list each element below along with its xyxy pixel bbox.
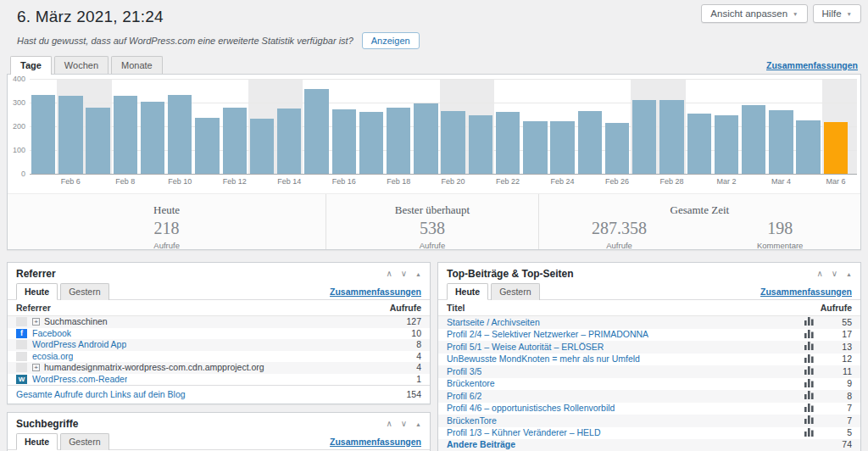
post-stats-chart-icon[interactable] xyxy=(791,342,826,353)
chart-bar-feb-20[interactable] xyxy=(441,111,465,174)
top-post-row: Profil 5/1 – Weise Autorität – ERLÖSER13 xyxy=(438,341,860,354)
chart-bar-slot xyxy=(275,80,303,175)
chart-bar-slot xyxy=(112,80,139,175)
expand-icon[interactable] xyxy=(32,318,40,326)
collapse-toggle-icon[interactable] xyxy=(415,420,421,429)
chart-bar-feb-16[interactable] xyxy=(332,109,356,174)
chart-bar-mar-4[interactable] xyxy=(769,110,793,174)
chart-bar-feb-21[interactable] xyxy=(469,115,492,174)
post-stats-chart-icon[interactable] xyxy=(791,404,826,415)
summaries-link[interactable]: Zusammenfassungen xyxy=(330,437,421,449)
chart-bar-feb-13[interactable] xyxy=(250,119,274,174)
post-title-link[interactable]: Profil 6/2 xyxy=(447,392,481,402)
referrer-label[interactable]: Facebook xyxy=(32,329,71,339)
tab-heute[interactable]: Heute xyxy=(16,433,58,450)
post-title-link[interactable]: Profil 4/6 – opportunistisches Rollenvor… xyxy=(447,404,615,414)
tab-gestern[interactable]: Gestern xyxy=(491,283,539,300)
chart-bar-mar-6[interactable] xyxy=(824,122,848,174)
chart-bar-feb-14[interactable] xyxy=(277,109,301,174)
move-down-icon[interactable] xyxy=(401,420,407,428)
chart-plot-area xyxy=(30,80,857,175)
post-title-link[interactable]: Andere Beiträge xyxy=(447,440,515,450)
chart-bar-feb-28[interactable] xyxy=(659,100,683,174)
chart-bar-feb-10[interactable] xyxy=(168,95,192,174)
help-button[interactable]: Hilfe xyxy=(813,4,861,23)
chart-bar-feb-23[interactable] xyxy=(523,121,547,174)
chart-bar-feb-9[interactable] xyxy=(141,102,164,174)
chart-bar-feb-7[interactable] xyxy=(86,108,109,174)
post-title-link[interactable]: UnBewusste MondKnoten = mehr als nur Umf… xyxy=(447,354,640,365)
post-title-link[interactable]: Profil 5/1 – Weise Autorität – ERLÖSER xyxy=(447,342,604,353)
summaries-link[interactable]: Zusammenfassungen xyxy=(766,60,858,74)
summaries-link[interactable]: Zusammenfassungen xyxy=(330,287,421,299)
chart-x-tick-label xyxy=(30,177,57,186)
tab-wochen[interactable]: Wochen xyxy=(54,56,108,74)
post-title-link[interactable]: Brückentore xyxy=(447,379,495,389)
move-down-icon[interactable] xyxy=(401,270,407,278)
chart-bar-feb-5[interactable] xyxy=(31,95,55,174)
panel-title: Top-Beiträge & Top-Seiten xyxy=(447,268,574,280)
post-stats-chart-icon[interactable] xyxy=(791,415,826,426)
chart-bar-feb-11[interactable] xyxy=(195,118,219,174)
collapse-toggle-icon[interactable] xyxy=(846,270,852,279)
chart-bar-slot xyxy=(385,80,412,175)
show-stats-button[interactable]: Anzeigen xyxy=(362,32,420,49)
post-stats-chart-icon[interactable] xyxy=(791,366,826,377)
chart-bar-feb-15[interactable] xyxy=(304,89,328,174)
chart-bar-mar-1[interactable] xyxy=(687,114,711,174)
help-label: Hilfe xyxy=(822,8,842,19)
tab-monate[interactable]: Monate xyxy=(111,56,163,74)
post-stats-chart-icon[interactable] xyxy=(791,428,826,439)
chart-bar-feb-8[interactable] xyxy=(114,96,137,174)
post-title-link[interactable]: BrückenTore xyxy=(447,416,497,426)
chart-bar-feb-6[interactable] xyxy=(58,96,82,174)
referrer-label[interactable]: WordPress Android App xyxy=(32,340,126,350)
chart-bar-feb-22[interactable] xyxy=(496,112,520,174)
post-stats-chart-icon[interactable] xyxy=(791,391,826,402)
referrer-label[interactable]: WordPress.com-Reader xyxy=(32,375,127,385)
post-views: 7 xyxy=(826,416,852,426)
chart-bar-slot xyxy=(631,80,658,175)
chart-bar-mar-3[interactable] xyxy=(742,105,765,174)
chart-bar-feb-18[interactable] xyxy=(387,108,410,174)
tab-tage[interactable]: Tage xyxy=(10,56,52,75)
referrer-views: 4 xyxy=(409,363,421,373)
customize-view-button[interactable]: Ansicht anpassen xyxy=(701,4,807,23)
chart-bar-slot xyxy=(331,80,358,175)
post-title-link[interactable]: Startseite / Archivseiten xyxy=(447,318,540,328)
tab-heute[interactable]: Heute xyxy=(16,283,58,300)
chart-bar-feb-12[interactable] xyxy=(223,108,247,174)
chart-bar-feb-24[interactable] xyxy=(550,121,574,174)
post-title-link[interactable]: Profil 2/4 – Selektiver Netzwerker – PRI… xyxy=(447,330,648,340)
tab-heute[interactable]: Heute xyxy=(447,283,488,300)
referrers-total-label[interactable]: Gesamte Aufrufe durch Links auf dein Blo… xyxy=(16,389,186,399)
move-up-icon[interactable] xyxy=(386,420,392,428)
top-post-row: Profil 6/28 xyxy=(438,390,860,403)
tab-gestern[interactable]: Gestern xyxy=(60,283,108,300)
post-title-link[interactable]: Profil 1/3 – Kühner Veränderer – HELD xyxy=(447,428,601,438)
move-up-icon[interactable] xyxy=(816,270,822,278)
post-stats-chart-icon[interactable] xyxy=(791,379,826,390)
tab-gestern[interactable]: Gestern xyxy=(60,433,108,450)
chart-bar-feb-26[interactable] xyxy=(605,123,629,174)
move-up-icon[interactable] xyxy=(386,270,392,278)
move-down-icon[interactable] xyxy=(832,270,837,278)
chart-bar-mar-2[interactable] xyxy=(715,115,738,174)
summaries-link[interactable]: Zusammenfassungen xyxy=(760,287,852,299)
post-title-link[interactable]: Profil 3/5 xyxy=(447,367,481,377)
chart-bar-slot xyxy=(767,80,794,175)
chart-bar-slot xyxy=(358,80,385,175)
chart-bar-feb-27[interactable] xyxy=(632,100,656,174)
chart-bar-feb-17[interactable] xyxy=(359,112,383,174)
chart-bar-mar-5[interactable] xyxy=(796,120,820,174)
chart-x-tick-label xyxy=(740,177,767,186)
post-stats-chart-icon[interactable] xyxy=(791,354,826,365)
referrer-label[interactable]: ecosia.org xyxy=(32,352,73,362)
chart-bar-feb-25[interactable] xyxy=(578,111,602,174)
post-stats-chart-icon[interactable] xyxy=(791,330,826,341)
panel-title: Referrer xyxy=(16,268,56,280)
post-stats-chart-icon[interactable] xyxy=(791,317,826,328)
expand-icon[interactable] xyxy=(32,364,40,371)
collapse-toggle-icon[interactable] xyxy=(415,270,421,279)
chart-bar-feb-19[interactable] xyxy=(414,103,437,174)
